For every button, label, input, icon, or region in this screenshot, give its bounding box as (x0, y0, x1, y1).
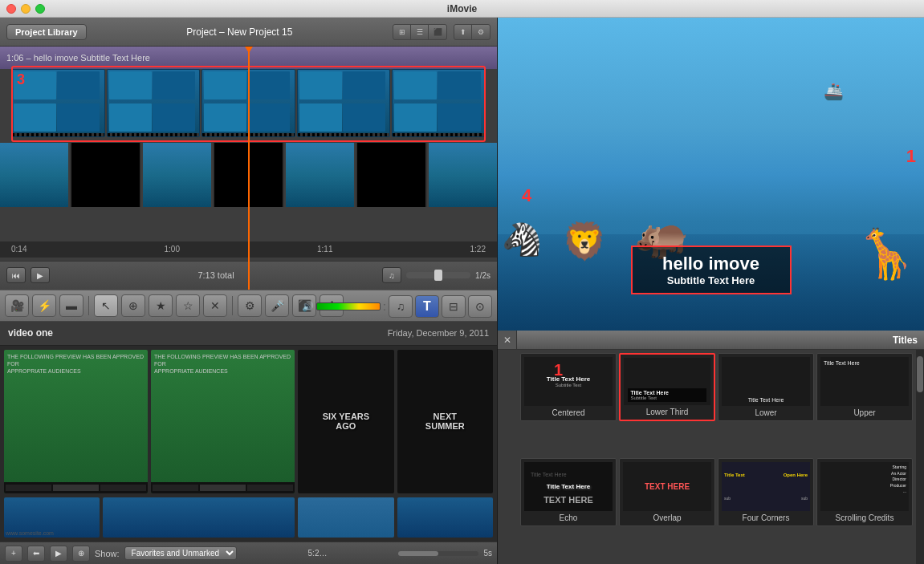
volume-meter (316, 302, 381, 310)
prev-button[interactable]: ⬅ (27, 546, 45, 562)
ocean-clip-3[interactable] (298, 497, 393, 538)
show-select[interactable]: Favorites and Unmarked (124, 546, 237, 560)
title-item-scrolling-credits[interactable]: StarringAn ActorDirectorProducer... Scro… (816, 458, 913, 526)
bg-clip-1 (0, 143, 68, 207)
share-button[interactable]: ⬆ (454, 25, 472, 39)
close-button[interactable] (6, 4, 16, 14)
title-item-upper[interactable]: Title Text Here Upper (816, 353, 913, 421)
scrollbar-thumb[interactable] (917, 356, 923, 392)
ruler-mark-3: 1:11 (317, 245, 332, 254)
zoom-slider[interactable] (398, 551, 478, 556)
toolbar: 🎥 ⚡ ▬ ↖ ⊕ ★ ☆ ✕ ⚙ 🎤 ⬛ ℹ 🔊 : ♫ T (0, 290, 497, 322)
scrolling-credits-label: Scrolling Credits (836, 513, 894, 522)
clip-button[interactable]: ▬ (59, 294, 83, 317)
clip-strip-1 (4, 482, 148, 493)
playhead[interactable] (248, 47, 250, 290)
settings-button[interactable]: ⚙ (472, 25, 490, 39)
play-button[interactable]: ▶ (31, 267, 50, 283)
rewind-button[interactable]: ⏮ (6, 267, 26, 283)
music-button[interactable]: ♫ (389, 295, 413, 318)
bg-clip-2 (70, 143, 141, 207)
lower-preview: Title Text Here (722, 357, 810, 406)
title-item-echo[interactable]: Title Text Here Title Text Here TEXT HER… (520, 458, 617, 526)
project-library-button[interactable]: Project Library (6, 24, 87, 40)
titles-header: Titles (517, 331, 924, 350)
scrolling-credits-preview: StarringAn ActorDirectorProducer... (820, 462, 909, 511)
title-item-lower[interactable]: Title Text Here Lower (718, 353, 814, 421)
overlap-label: Overlap (653, 513, 681, 522)
lower-label: Lower (755, 408, 776, 417)
project-header: Project Library Project – New Project 15… (0, 18, 497, 47)
action-tool-button[interactable]: ⊕ (121, 294, 145, 317)
title-item-lower-third[interactable]: Title Text Here Subtitle Text Lower Thir… (619, 353, 715, 421)
echo-label: Echo (560, 513, 578, 522)
toolbar-separator-2 (232, 296, 233, 315)
ocean-clip-2[interactable] (103, 497, 295, 538)
event-clip-1[interactable]: THE FOLLOWING PREVIEW HAS BEEN APPROVED … (4, 350, 148, 494)
title-item-centered[interactable]: Title Text Here Subtitle Text Centered (520, 353, 617, 421)
close-panel-button[interactable]: ✕ (498, 331, 517, 350)
view-buttons: ⊞ ☰ ⬛ (393, 24, 447, 40)
zoom-button[interactable]: ⊕ (72, 546, 90, 562)
titles-grid: Title Text Here Subtitle Text Centered T… (517, 350, 916, 564)
title-item-overlap[interactable]: TEXT HERE Overlap (619, 458, 715, 526)
ocean-clip-4[interactable] (397, 497, 493, 538)
annotation-4: 4 (522, 185, 531, 206)
four-corners-label: Four Corners (743, 513, 790, 522)
show-label: Show: (95, 549, 120, 558)
event-ocean-clips: www.somesite.com (0, 497, 497, 542)
window-controls[interactable] (6, 4, 45, 14)
map-button[interactable]: ⊙ (468, 295, 492, 318)
annotation-1-label: 1 (906, 146, 916, 167)
transition-button[interactable]: ⊟ (442, 295, 466, 318)
titles-button[interactable]: T (415, 295, 439, 318)
add-button[interactable]: + (5, 546, 22, 562)
camera-tool-button[interactable]: 🎥 (5, 294, 29, 317)
title-item-four-corners[interactable]: Title Text Open Here sub sub Four Corner… (718, 458, 814, 526)
play-small-button[interactable]: ▶ (50, 546, 67, 562)
gear-button[interactable]: ⚙ (238, 294, 262, 317)
close-icon: ✕ (503, 335, 511, 346)
titles-scrollbar[interactable] (916, 350, 924, 564)
bg-clip-5 (286, 143, 354, 207)
ocean-clip-1[interactable]: www.somesite.com (4, 497, 100, 538)
minimize-button[interactable] (21, 4, 31, 14)
ruler-mark-4: 1:22 (470, 245, 486, 254)
zebra-icon: 🦓 (502, 221, 542, 258)
speed-text: 5s (483, 549, 492, 558)
preview-area: 🚢 🦓 🦛 🦒 🦁 4 hello imove Subtitle Text He… (498, 18, 924, 331)
echo-preview: Title Text Here Title Text Here TEXT HER… (524, 462, 613, 511)
bottom-panel: video one Friday, December 9, 2011 THE F… (0, 322, 497, 565)
volume-icon: 🔊 (302, 301, 314, 312)
lion-icon: 🦁 (562, 220, 607, 262)
cursor-tool-button[interactable]: ↖ (94, 294, 118, 317)
toolbar-right: 🔊 : ♫ T ⊟ ⊙ (299, 290, 497, 323)
four-corners-preview: Title Text Open Here sub sub (722, 462, 810, 511)
event-clip-3[interactable]: SIX YEARS AGO (298, 350, 393, 494)
microphone-button[interactable]: 🎤 (265, 294, 289, 317)
main-area: Project Library Project – New Project 15… (0, 18, 924, 564)
volume-section: 🔊 : (302, 300, 386, 313)
grid-view-button[interactable]: ⊞ (393, 25, 411, 39)
upper-preview: Title Text Here (820, 357, 909, 406)
audio-button[interactable]: ♫ (382, 267, 401, 283)
event-clip-4[interactable]: NEXT SUMMER (397, 350, 493, 494)
reject-button[interactable]: ✕ (203, 294, 227, 317)
favorite-button[interactable]: ★ (149, 294, 173, 317)
count-text: 5:2… (242, 549, 394, 558)
toolbar-separator-1 (88, 296, 89, 315)
event-date: Friday, December 9, 2011 (388, 328, 489, 338)
bg-clip-7 (429, 143, 497, 207)
unfavorite-button[interactable]: ☆ (176, 294, 200, 317)
maximize-button[interactable] (35, 4, 45, 14)
lightning-button[interactable]: ⚡ (32, 294, 56, 317)
preview-overlay: hello imove Subtitle Text Here (631, 245, 792, 294)
audio-separator: : (383, 300, 386, 313)
left-panel: Project Library Project – New Project 15… (0, 18, 498, 564)
volume-slider[interactable] (406, 272, 470, 278)
list-view-button[interactable]: ☰ (411, 25, 429, 39)
filmstrip-view-button[interactable]: ⬛ (429, 25, 446, 39)
ruler-mark-2: 1:00 (165, 245, 180, 254)
event-clip-2[interactable]: THE FOLLOWING PREVIEW HAS BEEN APPROVED … (151, 350, 295, 494)
clip-text-1: SIX YEARS AGO (322, 412, 370, 431)
